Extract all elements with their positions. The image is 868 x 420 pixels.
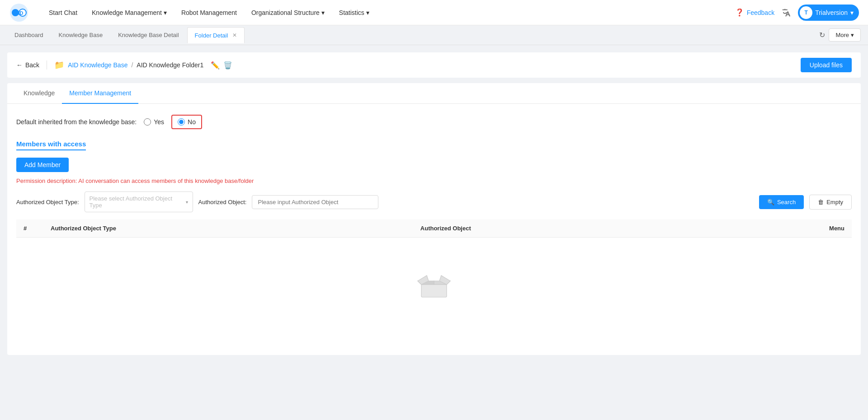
tab-knowledge[interactable]: Knowledge: [16, 83, 62, 104]
refresh-icon[interactable]: ↻: [819, 31, 825, 39]
member-management-content: Default inherited from the knowledge bas…: [7, 104, 861, 355]
breadcrumb-actions: ✏️ 🗑️: [211, 61, 232, 70]
nav-robot-management[interactable]: Robot Management: [175, 5, 243, 20]
svg-rect-4: [421, 285, 447, 297]
object-input[interactable]: [252, 195, 378, 209]
chevron-down-icon: ▾: [321, 9, 325, 16]
svg-text:AID: AID: [15, 10, 24, 16]
edit-icon[interactable]: ✏️: [211, 61, 220, 70]
nav-start-chat[interactable]: Start Chat: [42, 5, 84, 20]
knowledge-base-link[interactable]: AID Knowledge Base: [68, 61, 127, 69]
radio-no-label: No: [188, 118, 196, 126]
logo: AID: [9, 3, 29, 23]
inner-tabs: Knowledge Member Management: [7, 83, 861, 104]
object-type-label: Authorized Object Type:: [16, 199, 79, 205]
tab-bar: Dashboard Knowledge Base Knowledge Base …: [0, 25, 868, 45]
nav-org-structure[interactable]: Organizational Structure ▾: [245, 5, 331, 20]
empty-illustration: [416, 265, 452, 301]
radio-yes-option[interactable]: Yes: [144, 118, 164, 126]
arrow-left-icon: ←: [16, 61, 23, 69]
nav-knowledge-management[interactable]: Knowledge Management ▾: [85, 5, 173, 20]
delete-icon: 🗑: [818, 199, 824, 205]
chevron-down-icon: ▾: [851, 32, 854, 38]
more-button[interactable]: More ▾: [829, 28, 861, 42]
object-type-placeholder: Please select Authorized Object Type: [90, 195, 186, 209]
chevron-down-icon: ▾: [366, 9, 369, 16]
permission-description: Permission description: AI conversation …: [16, 177, 852, 184]
delete-icon[interactable]: 🗑️: [223, 61, 232, 70]
folder-name: AID Knowledge Folder1: [137, 61, 203, 69]
object-type-select[interactable]: Please select Authorized Object Type ▾: [85, 191, 193, 212]
radio-no-highlighted[interactable]: No: [171, 115, 202, 129]
breadcrumb: ← Back 📁 AID Knowledge Base / AID Knowle…: [16, 60, 232, 70]
chevron-down-icon: ▾: [186, 200, 188, 205]
col-object: Authorized Object: [413, 219, 714, 238]
members-title: Members with access: [16, 140, 86, 150]
avatar: T: [800, 6, 812, 19]
search-button[interactable]: 🔍 Search: [759, 195, 804, 209]
chevron-down-icon: ▾: [164, 9, 167, 16]
col-menu: Menu: [714, 219, 852, 238]
table-header-row: # Authorized Object Type Authorized Obje…: [16, 219, 852, 238]
tab-knowledge-base[interactable]: Knowledge Base: [52, 27, 110, 43]
user-menu[interactable]: T Trialversion ▾: [798, 5, 859, 21]
tab-folder-detail[interactable]: Folder Detail ✕: [187, 27, 245, 43]
breadcrumb-separator: /: [131, 61, 133, 69]
tab-dashboard[interactable]: Dashboard: [7, 27, 51, 43]
filter-row: Authorized Object Type: Please select Au…: [16, 191, 852, 212]
radio-yes-label: Yes: [154, 118, 164, 126]
top-nav: AID Start Chat Knowledge Management ▾ Ro…: [0, 0, 868, 25]
radio-group: Yes No: [144, 115, 202, 129]
back-button[interactable]: ← Back: [16, 61, 39, 69]
translate-icon[interactable]: [780, 6, 793, 19]
nav-right: ❓ Feedback T Trialversion ▾: [735, 5, 859, 21]
nav-items: Start Chat Knowledge Management ▾ Robot …: [42, 5, 735, 20]
empty-button[interactable]: 🗑 Empty: [809, 195, 852, 210]
main-content: ← Back 📁 AID Knowledge Base / AID Knowle…: [0, 45, 868, 362]
chevron-down-icon: ▾: [850, 9, 854, 16]
close-icon[interactable]: ✕: [232, 32, 237, 38]
question-icon: ❓: [735, 8, 744, 17]
upload-files-button[interactable]: Upload files: [801, 58, 852, 72]
nav-statistics[interactable]: Statistics ▾: [333, 5, 376, 20]
col-object-type: Authorized Object Type: [43, 219, 413, 238]
search-icon: 🔍: [767, 199, 774, 205]
col-number: #: [16, 219, 43, 238]
radio-yes-input[interactable]: [144, 118, 151, 126]
object-label: Authorized Object:: [198, 199, 247, 205]
inherit-row: Default inherited from the knowledge bas…: [16, 115, 852, 129]
header-bar: ← Back 📁 AID Knowledge Base / AID Knowle…: [7, 52, 861, 78]
folder-icon: 📁: [54, 60, 64, 70]
members-table: # Authorized Object Type Authorized Obje…: [16, 219, 852, 238]
content-panel: Knowledge Member Management Default inhe…: [7, 83, 861, 355]
inherit-label: Default inherited from the knowledge bas…: [16, 118, 137, 126]
radio-no-input[interactable]: [178, 118, 185, 126]
tab-member-management[interactable]: Member Management: [62, 83, 138, 104]
tab-right-actions: ↻ More ▾: [819, 28, 861, 42]
divider: [47, 61, 47, 70]
empty-state: [16, 238, 852, 335]
add-member-button[interactable]: Add Member: [16, 158, 69, 172]
feedback-button[interactable]: ❓ Feedback: [735, 8, 774, 17]
tab-knowledge-base-detail[interactable]: Knowledge Base Detail: [111, 27, 186, 43]
members-section: Members with access Add Member Permissio…: [16, 140, 852, 335]
